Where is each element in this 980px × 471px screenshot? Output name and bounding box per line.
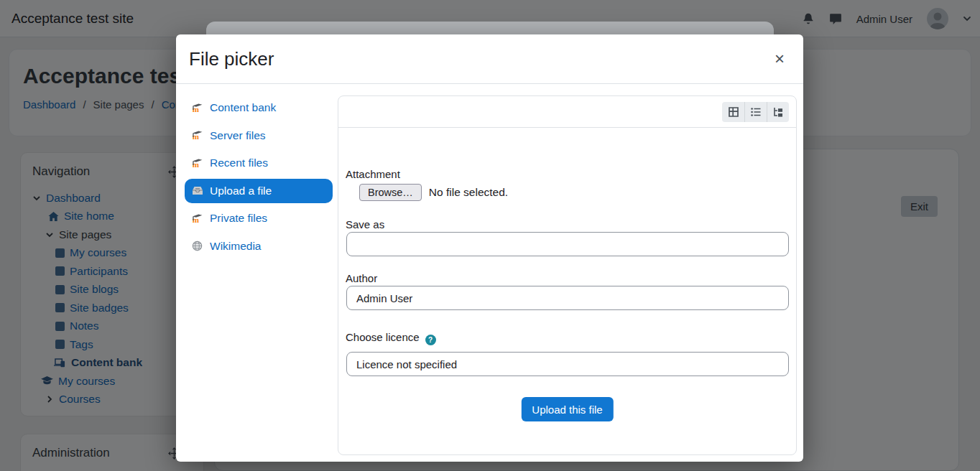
close-icon[interactable]: × (769, 47, 790, 70)
attachment-file-input: Browse… No file selected. (359, 184, 508, 201)
save-as-label: Save as (346, 218, 384, 230)
moodle-icon: m (192, 130, 204, 141)
save-as-input[interactable] (346, 232, 789, 256)
tree-view-icon[interactable] (767, 102, 789, 122)
repo-item-recent-files[interactable]: m Recent files (185, 151, 333, 175)
attachment-label: Attachment (346, 168, 400, 180)
author-input[interactable] (346, 286, 789, 310)
repo-item-content-bank[interactable]: m Content bank (185, 95, 333, 120)
modal-header: File picker × (176, 34, 803, 84)
file-picker-modal: File picker × m Content bank m Server fi… (176, 34, 803, 462)
upload-tray-icon (192, 185, 204, 196)
repo-item-upload-a-file[interactable]: Upload a file (185, 179, 333, 203)
pane-toolbar (338, 96, 796, 128)
repo-item-wikimedia[interactable]: Wikimedia (185, 234, 333, 258)
list-view-icon[interactable] (744, 102, 767, 122)
modal-title: File picker (189, 48, 769, 70)
author-label: Author (346, 272, 377, 284)
moodle-icon: m (192, 103, 204, 113)
upload-this-file-button[interactable]: Upload this file (521, 397, 613, 421)
modal-body: m Content bank m Server files m Recent f… (176, 84, 803, 462)
licence-selected-value: Licence not specified (356, 358, 457, 370)
repo-item-server-files[interactable]: m Server files (185, 123, 333, 148)
repository-nav: m Content bank m Server files m Recent f… (185, 95, 333, 261)
repo-item-private-files[interactable]: m Private files (185, 206, 333, 230)
grid-view-icon[interactable] (722, 102, 744, 122)
help-icon[interactable]: ? (425, 335, 436, 345)
no-file-selected-text: No file selected. (429, 186, 508, 199)
choose-licence-label: Choose licence? (346, 331, 436, 345)
moodle-icon: m (192, 158, 204, 169)
file-picker-pane: Attachment Browse… No file selected. Sav… (338, 95, 797, 455)
licence-select[interactable]: Licence not specified (346, 352, 789, 376)
moodle-icon: m (192, 213, 204, 224)
browse-button[interactable]: Browse… (359, 184, 422, 201)
view-toggle-group (722, 102, 789, 122)
wikimedia-globe-icon (192, 241, 204, 251)
